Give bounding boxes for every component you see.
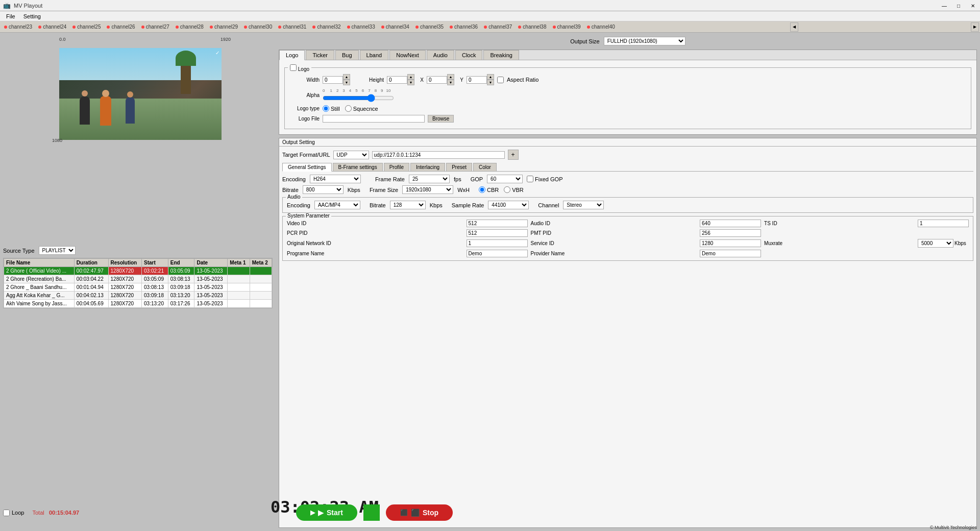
tab-ticker[interactable]: Ticker bbox=[306, 50, 334, 60]
channel-tab-channel40[interactable]: channel40 bbox=[584, 23, 618, 31]
channel-tab-channel32[interactable]: channel32 bbox=[309, 23, 344, 31]
width-down[interactable]: ▼ bbox=[343, 80, 350, 85]
height-input[interactable] bbox=[387, 76, 407, 84]
menu-file[interactable]: File bbox=[2, 12, 19, 20]
sample-rate-select[interactable]: 44100 48000 32000 bbox=[488, 201, 529, 209]
channel-tab-channel31[interactable]: channel31 bbox=[275, 23, 309, 31]
y-up[interactable]: ▲ bbox=[487, 74, 494, 80]
target-format-select[interactable]: UDP RTP FILE bbox=[333, 151, 369, 159]
gop-label: GOP bbox=[471, 176, 483, 182]
settings-tab-interlacing[interactable]: Interlacing bbox=[410, 163, 445, 171]
x-down[interactable]: ▼ bbox=[447, 80, 454, 85]
channel-tab-channel26[interactable]: channel26 bbox=[104, 23, 138, 31]
video-id-input[interactable] bbox=[467, 220, 528, 227]
gop-select[interactable]: 60 30 25 bbox=[487, 175, 523, 183]
maximize-button[interactable]: □ bbox=[951, 0, 966, 11]
tab-audio[interactable]: Audio bbox=[427, 50, 454, 60]
y-input[interactable] bbox=[467, 76, 487, 84]
stop-button[interactable]: ⬛ Stop bbox=[386, 504, 453, 521]
x-input[interactable] bbox=[427, 76, 447, 84]
settings-tab-color[interactable]: Color bbox=[473, 163, 497, 171]
channel-bar-scroll-left[interactable]: ◀ bbox=[790, 22, 798, 32]
settings-tab-profile[interactable]: Profile bbox=[384, 163, 409, 171]
table-row[interactable]: 2 Ghore _ Baani Sandhu...00:01:04.941280… bbox=[4, 283, 272, 292]
pmt-pid-input[interactable] bbox=[700, 229, 761, 237]
audio-bitrate-select[interactable]: 128 192 256 bbox=[390, 201, 426, 209]
channel-tab-channel25[interactable]: channel25 bbox=[69, 23, 104, 31]
start-button[interactable]: ▶ Start bbox=[296, 504, 357, 521]
table-row[interactable]: 2 Ghore ( Official Video) ...00:02:47.97… bbox=[4, 267, 272, 275]
channel-tab-channel23[interactable]: channel23 bbox=[1, 23, 35, 31]
x-up[interactable]: ▲ bbox=[447, 74, 454, 80]
tab-nownext[interactable]: NowNext bbox=[389, 50, 426, 60]
channel-tab-channel37[interactable]: channel37 bbox=[481, 23, 515, 31]
audio-bitrate-label: Bitrate bbox=[370, 202, 386, 208]
sequence-radio[interactable] bbox=[345, 105, 352, 112]
channel-tab-channel33[interactable]: channel33 bbox=[344, 23, 378, 31]
frame-rate-select[interactable]: 25 30 50 60 bbox=[409, 175, 450, 183]
tab-breaking[interactable]: Breaking bbox=[483, 50, 519, 60]
minimize-button[interactable]: — bbox=[937, 0, 951, 11]
settings-tab-bframe[interactable]: B-Frame settings bbox=[333, 163, 383, 171]
aspect-ratio-checkbox[interactable] bbox=[497, 77, 504, 83]
pcr-pid-input[interactable] bbox=[467, 229, 528, 237]
provider-name-input[interactable] bbox=[700, 250, 761, 257]
y-down[interactable]: ▼ bbox=[487, 80, 494, 85]
channel-tab-channel34[interactable]: channel34 bbox=[378, 23, 412, 31]
service-id-input[interactable] bbox=[700, 239, 761, 247]
loop-label: Loop bbox=[12, 510, 24, 516]
still-radio[interactable] bbox=[323, 105, 329, 112]
audio-encoding-select[interactable]: AAC/MP4 MP3 AC3 bbox=[314, 201, 360, 209]
muxrate-select[interactable]: 5000 3000 8000 bbox=[918, 239, 953, 248]
green-square-button[interactable] bbox=[363, 504, 380, 521]
cbr-radio[interactable] bbox=[479, 186, 485, 193]
audio-id-input[interactable] bbox=[700, 220, 761, 227]
channel-tab-channel39[interactable]: channel39 bbox=[550, 23, 584, 31]
channel-tab-channel38[interactable]: channel38 bbox=[515, 23, 549, 31]
settings-tab-preset[interactable]: Preset bbox=[446, 163, 472, 171]
table-row[interactable]: 2 Ghore (Recreation) Ba...00:03:04.22128… bbox=[4, 275, 272, 283]
channel-tab-channel35[interactable]: channel35 bbox=[412, 23, 447, 31]
output-size-select[interactable]: FULLHD (1920x1080) HD (1280x720) SD (720… bbox=[604, 37, 685, 45]
table-row[interactable]: Agg Att Koka Kehar _ G...00:04:02.131280… bbox=[4, 292, 272, 300]
settings-tab-general[interactable]: General Settings bbox=[282, 163, 332, 172]
logo-enable-checkbox[interactable] bbox=[290, 64, 297, 71]
program-name-input[interactable] bbox=[467, 250, 528, 257]
bitrate-select[interactable]: 800 1000 2000 4000 bbox=[303, 185, 344, 194]
menu-setting[interactable]: Setting bbox=[19, 12, 45, 20]
logo-file-label: Logo File bbox=[289, 116, 320, 122]
tab-bug[interactable]: Bug bbox=[335, 50, 359, 60]
frame-size-select[interactable]: 1920x1080 1280x720 720x576 bbox=[402, 185, 453, 194]
channel-tab-channel28[interactable]: channel28 bbox=[173, 23, 207, 31]
target-url-input[interactable] bbox=[372, 151, 505, 159]
channel-tab-channel24[interactable]: channel24 bbox=[35, 23, 69, 31]
cbr-label: CBR bbox=[487, 187, 499, 193]
alpha-slider[interactable] bbox=[323, 94, 394, 102]
table-row[interactable]: Akh Vaime Song by Jass...00:04:05.691280… bbox=[4, 300, 272, 308]
source-type-select[interactable]: PLAYLIST FILE bbox=[39, 246, 76, 255]
channel-tab-channel30[interactable]: channel30 bbox=[241, 23, 275, 31]
channel-tab-channel36[interactable]: channel36 bbox=[447, 23, 481, 31]
logo-type-radio-group: Still Squecnce bbox=[323, 105, 378, 112]
tab-lband[interactable]: Lband bbox=[360, 50, 389, 60]
height-up[interactable]: ▲ bbox=[407, 74, 414, 80]
close-button[interactable]: ✕ bbox=[966, 0, 980, 11]
fixed-gop-checkbox[interactable] bbox=[527, 176, 533, 182]
logo-file-input[interactable] bbox=[323, 115, 425, 123]
ts-id-input[interactable] bbox=[918, 220, 969, 227]
height-down[interactable]: ▼ bbox=[407, 80, 414, 85]
vbr-radio[interactable] bbox=[504, 186, 510, 193]
width-up[interactable]: ▲ bbox=[343, 74, 350, 80]
add-url-button[interactable]: + bbox=[508, 150, 519, 160]
browse-button[interactable]: Browse bbox=[428, 115, 454, 123]
channel-tab-channel27[interactable]: channel27 bbox=[138, 23, 173, 31]
tab-logo[interactable]: Logo bbox=[279, 50, 305, 60]
orig-net-id-input[interactable] bbox=[467, 239, 528, 247]
encoding-select[interactable]: H264 H265 MPEG2 bbox=[310, 175, 361, 183]
tab-clock[interactable]: Clock bbox=[455, 50, 483, 60]
channel-tab-channel29[interactable]: channel29 bbox=[207, 23, 241, 31]
channel-select[interactable]: Stereo Mono bbox=[563, 201, 604, 209]
loop-checkbox[interactable] bbox=[3, 510, 10, 516]
width-input[interactable] bbox=[323, 76, 343, 84]
channel-bar-scroll-right[interactable]: ▶ bbox=[971, 22, 979, 32]
